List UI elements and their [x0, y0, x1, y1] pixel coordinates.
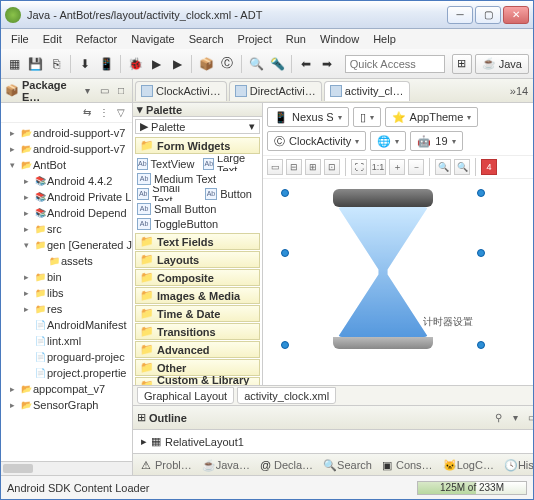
- memory-indicator[interactable]: 125M of 233M: [417, 481, 527, 495]
- run-last-button[interactable]: ▶: [168, 55, 186, 73]
- editor-tab[interactable]: ClockActivi…: [135, 81, 227, 101]
- palette-item[interactable]: TextView: [151, 158, 195, 170]
- search-button[interactable]: 🔦: [268, 55, 286, 73]
- menu-edit[interactable]: Edit: [37, 31, 68, 47]
- zoom-out-button[interactable]: －: [408, 159, 424, 175]
- tab-overflow[interactable]: »14: [506, 85, 532, 97]
- palette-category[interactable]: 📁Custom & Library Views: [135, 377, 260, 385]
- palette-item[interactable]: Button: [220, 188, 252, 200]
- menu-run[interactable]: Run: [280, 31, 312, 47]
- tree-node[interactable]: ▾📁gen [Generated J: [1, 237, 132, 253]
- tree-node[interactable]: ▾📂AntBot: [1, 157, 132, 173]
- device-selector[interactable]: 📱 Nexus S: [267, 107, 349, 127]
- editor-tab[interactable]: activity_cl…: [324, 81, 410, 101]
- palette-item[interactable]: ToggleButton: [154, 218, 218, 230]
- palette-expand-icon[interactable]: ▾: [137, 103, 143, 116]
- view-menu-button[interactable]: ▾: [80, 84, 94, 98]
- tree-node[interactable]: ▸📚Android Depend: [1, 205, 132, 221]
- maximize-button[interactable]: ▢: [475, 6, 501, 24]
- tree-node[interactable]: ▸📚Android 4.4.2: [1, 173, 132, 189]
- back-button[interactable]: ⬅: [297, 55, 315, 73]
- locale-selector[interactable]: 🌐: [370, 131, 406, 151]
- palette-category[interactable]: 📁Composite: [135, 269, 260, 286]
- palette-category[interactable]: 📁Time & Date: [135, 305, 260, 322]
- bottom-view-tab[interactable]: 🔍Search: [319, 459, 376, 471]
- maximize-view-button[interactable]: □: [114, 84, 128, 98]
- tree-node[interactable]: ▸📁src: [1, 221, 132, 237]
- link-editor-button[interactable]: ⋮: [97, 106, 111, 120]
- avd-manager-button[interactable]: 📱: [97, 55, 115, 73]
- tree-node[interactable]: 📄proguard-projec: [1, 349, 132, 365]
- palette-item[interactable]: Medium Text: [154, 173, 216, 185]
- activity-selector[interactable]: Ⓒ ClockActivity: [267, 131, 366, 151]
- horizontal-scrollbar[interactable]: [1, 461, 132, 475]
- minimize-button[interactable]: ─: [447, 6, 473, 24]
- collapse-all-button[interactable]: ⇆: [80, 106, 94, 120]
- palette-item[interactable]: Small Text: [152, 186, 195, 201]
- close-button[interactable]: ✕: [503, 6, 529, 24]
- tree-node[interactable]: ▸📚Android Private L: [1, 189, 132, 205]
- editor-tab[interactable]: DirectActivi…: [229, 81, 322, 101]
- java-perspective-button[interactable]: ☕Java: [475, 54, 529, 74]
- editor-bottom-tab[interactable]: activity_clock.xml: [237, 387, 336, 404]
- tree-node[interactable]: ▸📂android-support-v7: [1, 125, 132, 141]
- tree-node[interactable]: 📄AndroidManifest: [1, 317, 132, 333]
- zoom-in2-button[interactable]: 🔍: [454, 159, 470, 175]
- save-button[interactable]: 💾: [26, 55, 44, 73]
- forward-button[interactable]: ➡: [318, 55, 336, 73]
- menu-window[interactable]: Window: [314, 31, 365, 47]
- quick-access-input[interactable]: [345, 55, 445, 73]
- palette-item[interactable]: Large Text: [217, 156, 252, 171]
- tree-node[interactable]: ▸📁bin: [1, 269, 132, 285]
- menu-project[interactable]: Project: [232, 31, 278, 47]
- outline-expand-icon[interactable]: ▸: [141, 435, 147, 448]
- bottom-view-tab[interactable]: 🕓History: [500, 459, 534, 471]
- view-menu-icon[interactable]: ▽: [114, 106, 128, 120]
- menu-navigate[interactable]: Navigate: [125, 31, 180, 47]
- bottom-view-tab[interactable]: 🐱LogC…: [439, 459, 498, 471]
- toggle-viewport-button[interactable]: ▭: [267, 159, 283, 175]
- align-right-button[interactable]: ⊡: [324, 159, 340, 175]
- minimize-view-button[interactable]: ▭: [97, 84, 111, 98]
- menu-file[interactable]: File: [5, 31, 35, 47]
- bottom-view-tab[interactable]: ⚠Probl…: [137, 459, 196, 471]
- open-type-button[interactable]: 🔍: [247, 55, 265, 73]
- open-perspective-button[interactable]: ⊞: [452, 54, 472, 74]
- outline-menu-button[interactable]: ▾: [508, 411, 522, 425]
- align-center-button[interactable]: ⊞: [305, 159, 321, 175]
- lint-warnings-button[interactable]: 4: [481, 159, 497, 175]
- tree-node[interactable]: ▸📂SensorGraph: [1, 397, 132, 413]
- palette-category[interactable]: 📁Text Fields: [135, 233, 260, 250]
- tree-node[interactable]: 📄project.propertie: [1, 365, 132, 381]
- zoom-in-button[interactable]: ＋: [389, 159, 405, 175]
- orientation-selector[interactable]: ▯: [353, 107, 381, 127]
- theme-selector[interactable]: ⭐ AppTheme: [385, 107, 479, 127]
- tree-node[interactable]: ▸📂android-support-v7: [1, 141, 132, 157]
- palette-category[interactable]: 📁Transitions: [135, 323, 260, 340]
- tree-node[interactable]: 📄lint.xml: [1, 333, 132, 349]
- menu-help[interactable]: Help: [367, 31, 402, 47]
- tree-node[interactable]: ▸📂appcompat_v7: [1, 381, 132, 397]
- palette-category[interactable]: 📁Form Widgets: [135, 137, 260, 154]
- tree-node[interactable]: ▸📁res: [1, 301, 132, 317]
- sdk-manager-button[interactable]: ⬇: [76, 55, 94, 73]
- bottom-view-tab[interactable]: @Decla…: [256, 459, 317, 471]
- new-class-button[interactable]: Ⓒ: [218, 55, 236, 73]
- outline-filter-button[interactable]: ⚲: [491, 411, 505, 425]
- new-package-button[interactable]: 📦: [197, 55, 215, 73]
- zoom-fit-button[interactable]: ⛶: [351, 159, 367, 175]
- zoom-reset-button[interactable]: 1:1: [370, 159, 386, 175]
- bottom-view-tab[interactable]: ▣Cons…: [378, 459, 437, 471]
- tree-node[interactable]: 📁assets: [1, 253, 132, 269]
- bottom-view-tab[interactable]: ☕Java…: [198, 459, 254, 471]
- layout-canvas[interactable]: 计时器设置: [263, 179, 534, 385]
- palette-item[interactable]: Small Button: [154, 203, 216, 215]
- palette-category[interactable]: 📁Layouts: [135, 251, 260, 268]
- new-button[interactable]: ▦: [5, 55, 23, 73]
- menu-search[interactable]: Search: [183, 31, 230, 47]
- palette-selector[interactable]: ▶ Palette▾: [135, 119, 260, 134]
- outline-root[interactable]: RelativeLayout1: [165, 436, 244, 448]
- editor-bottom-tab[interactable]: Graphical Layout: [137, 387, 234, 404]
- palette-category[interactable]: 📁Images & Media: [135, 287, 260, 304]
- api-selector[interactable]: 🤖 19: [410, 131, 462, 151]
